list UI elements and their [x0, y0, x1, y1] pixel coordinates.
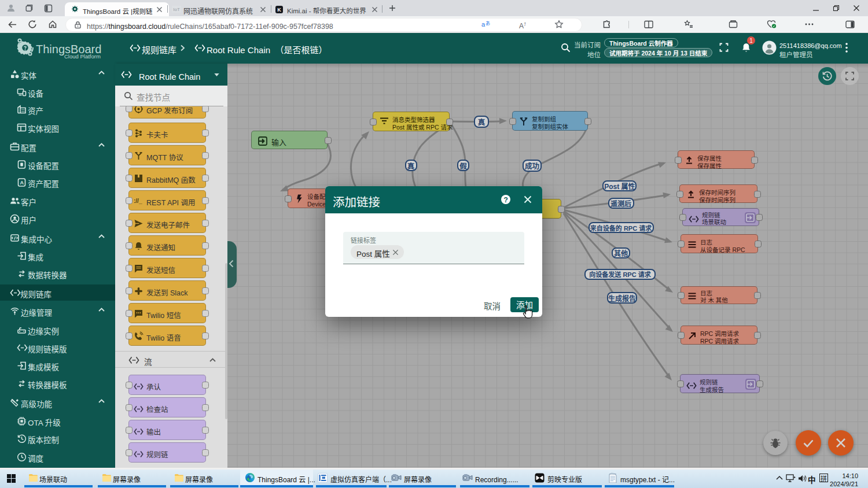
svg-text:://_: ://_	[134, 196, 142, 205]
svg-text:あ: あ	[486, 20, 490, 26]
svg-text:a: a	[481, 20, 486, 28]
svg-text:A: A	[20, 179, 24, 186]
